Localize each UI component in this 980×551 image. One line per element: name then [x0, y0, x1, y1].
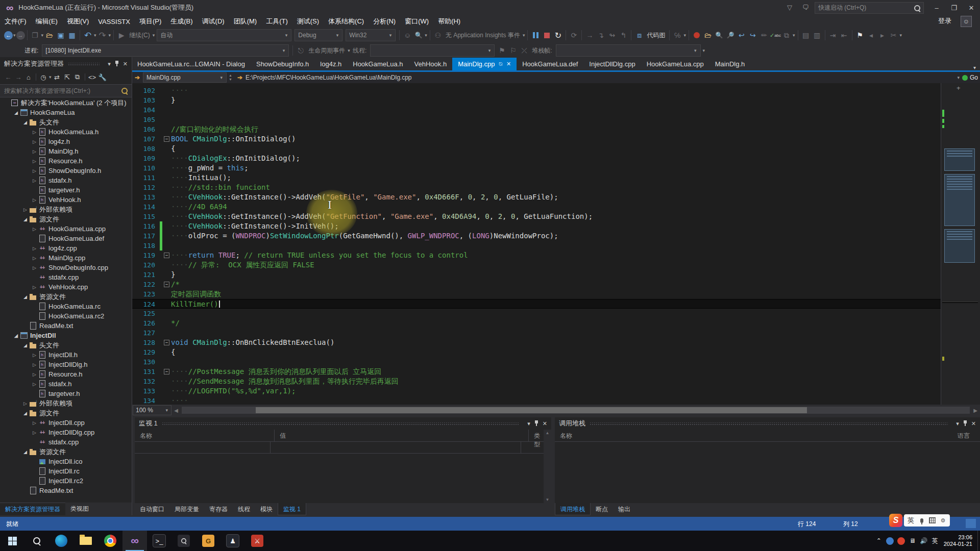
callstack-tab[interactable]: 输出	[613, 503, 635, 515]
fold-collapse-icon[interactable]: −	[164, 253, 169, 258]
tree-expander-icon[interactable]: ◢	[21, 294, 29, 299]
code-line[interactable]: 123定时器回调函数	[132, 289, 941, 299]
restore-button[interactable]: ❐	[945, 1, 963, 14]
tree-expander-icon[interactable]: ▷	[31, 168, 38, 173]
tree-item[interactable]: ReadMe.txt	[0, 486, 132, 495]
tray-expand-icon[interactable]: ⌃	[873, 531, 885, 551]
se-collapse-all-icon[interactable]: ⇱	[62, 72, 72, 82]
line-number[interactable]: 107	[132, 134, 160, 144]
watch-tab[interactable]: 自动窗口	[135, 503, 169, 515]
code-line[interactable]: 108{	[132, 144, 941, 154]
watch-tab[interactable]: 模块	[255, 503, 278, 515]
callstack-close-icon[interactable]: ✕	[971, 420, 976, 427]
watch-position-icon[interactable]: ▾	[527, 420, 530, 427]
tree-item[interactable]: ▷++VehHook.cpp	[0, 282, 132, 292]
tree-item[interactable]: ▷++InjectDllDlg.cpp	[0, 428, 132, 437]
code-line[interactable]: 130	[132, 357, 941, 367]
document-tab[interactable]: MainDlg.cpp⍉✕	[452, 58, 517, 70]
tab-close-icon[interactable]: ✕	[506, 61, 511, 67]
fold-collapse-icon[interactable]: −	[164, 340, 169, 345]
menu-item[interactable]: 分析(N)	[369, 16, 400, 27]
fold-margin[interactable]: −	[162, 367, 171, 377]
tree-expander-icon[interactable]: ◢	[12, 110, 20, 115]
va-open-file-icon[interactable]: 🗁	[702, 30, 714, 41]
fold-margin[interactable]: −	[162, 338, 171, 347]
tree-expander-icon[interactable]: ◢	[12, 333, 20, 338]
tree-item[interactable]: ◢InjectDll	[0, 331, 132, 340]
code-line[interactable]: 125	[132, 309, 941, 318]
ime-mic-icon[interactable]	[918, 517, 925, 524]
tree-item[interactable]: ▷hResource.h	[0, 369, 132, 379]
code-line[interactable]: 126*/	[132, 318, 941, 328]
line-number[interactable]: 121	[132, 270, 160, 280]
tray-ime-indicator[interactable]: 英	[929, 531, 941, 551]
line-number[interactable]: 106	[132, 124, 160, 134]
se-properties-icon[interactable]: 🔧	[97, 72, 108, 82]
stop-icon[interactable]	[541, 30, 552, 41]
tab-pin-icon[interactable]: ⍉	[499, 61, 502, 67]
fold-margin[interactable]: −	[162, 251, 171, 260]
taskbar-search-icon[interactable]	[24, 531, 49, 551]
tray-sogou-icon[interactable]	[896, 531, 907, 551]
bookmark-icon[interactable]: ⚑	[854, 30, 866, 41]
code-line[interactable]: 102····	[132, 86, 941, 95]
navigate-forward-icon[interactable]: →	[16, 31, 25, 40]
solution-explorer-search[interactable]: 搜索解决方案资源管理器(Ctrl+;)	[0, 84, 132, 97]
line-number[interactable]: 117	[132, 231, 160, 241]
code-line[interactable]: 111····InitLua();	[132, 173, 941, 183]
step-out-icon[interactable]: ↰	[618, 30, 629, 41]
fold-margin[interactable]: −	[162, 134, 171, 144]
code-line[interactable]: 120····// 异常: OCX 属性页应返回 FALSE	[132, 260, 941, 270]
watch-title-bar[interactable]: 监视 1 ▾ ✕	[135, 417, 551, 430]
menu-item[interactable]: 体系结构(C)	[324, 16, 369, 27]
document-tab[interactable]: log4z.h	[314, 58, 347, 70]
tab-overflow-icon[interactable]: ▾	[973, 65, 980, 70]
document-tab[interactable]: HookGameLua.h	[347, 58, 408, 70]
tree-item[interactable]: InjectDll.ico	[0, 457, 132, 466]
document-tab[interactable]: InjectDllDlg.cpp	[583, 58, 641, 70]
code-line[interactable]: 112····//std::bin funciont	[132, 183, 941, 192]
sogou-ime-bar[interactable]: S 英 ⚙	[889, 513, 950, 528]
tree-item[interactable]: ▷hShowDebugInfo.h	[0, 166, 132, 176]
code-editor[interactable]: 102····103}104105106//窗口初始化的时候会执行107−BOO…	[132, 83, 941, 407]
tree-item[interactable]: ◢源文件	[0, 408, 132, 418]
code-line[interactable]: 128−void CMainDlg::OnBnClickedBtnExeclua…	[132, 338, 941, 347]
code-line[interactable]: 115····CVehHook::GetInstance()->AddVeh("…	[132, 212, 941, 221]
tree-item[interactable]: ▷hInjectDll.h	[0, 350, 132, 360]
tree-item[interactable]: ▷hlog4z.h	[0, 137, 132, 146]
line-number[interactable]: 111	[132, 173, 160, 183]
se-forward-icon[interactable]: →	[13, 72, 23, 82]
tree-expander-icon[interactable]: ▷	[31, 130, 38, 135]
tree-item[interactable]: HookGameLua.rc2	[0, 311, 132, 321]
line-number[interactable]: 127	[132, 328, 160, 338]
line-number[interactable]: 124	[132, 299, 160, 308]
show-next-statement-icon[interactable]: →	[584, 30, 595, 41]
line-number[interactable]: 105	[132, 115, 160, 124]
tree-expander-icon[interactable]: ▷	[31, 178, 38, 183]
line-number[interactable]: 112	[132, 183, 160, 192]
lifecycle-label[interactable]: 生命周期事件	[308, 46, 345, 55]
menu-item[interactable]: 文件(F)	[0, 16, 31, 27]
fold-margin[interactable]: −	[162, 280, 171, 289]
tree-expander-icon[interactable]: ◢	[21, 411, 29, 416]
lifecycle-icon[interactable]: ⎋	[295, 45, 306, 56]
line-number[interactable]: 114	[132, 202, 160, 212]
taskbar-game-client-icon[interactable]: ♟	[220, 531, 245, 551]
outdent-icon[interactable]: ⇤	[839, 30, 850, 41]
tree-expander-icon[interactable]: ▷	[31, 382, 38, 387]
fold-collapse-icon[interactable]: −	[164, 369, 169, 374]
tree-item[interactable]: ▷hMainDlg.h	[0, 146, 132, 156]
fold-collapse-icon[interactable]: −	[164, 136, 169, 142]
menu-item[interactable]: 项目(P)	[135, 16, 166, 27]
thread-dropdown[interactable]: ▾	[370, 44, 495, 57]
stackframe-dropdown[interactable]: ▾	[556, 44, 701, 57]
taskbar-search-app-icon[interactable]	[172, 531, 196, 551]
feedback-icon[interactable]: 🗨	[802, 4, 809, 11]
code-line[interactable]: 127	[132, 328, 941, 338]
menu-item[interactable]: 工具(T)	[261, 16, 292, 27]
attach-mode-dropdown[interactable]: 自动▾	[157, 29, 291, 41]
line-number[interactable]: 116	[132, 221, 160, 231]
line-number[interactable]: 131	[132, 367, 160, 377]
continue-label[interactable]: 继续(C)	[129, 31, 150, 40]
tree-item[interactable]: ◢源文件	[0, 214, 132, 224]
